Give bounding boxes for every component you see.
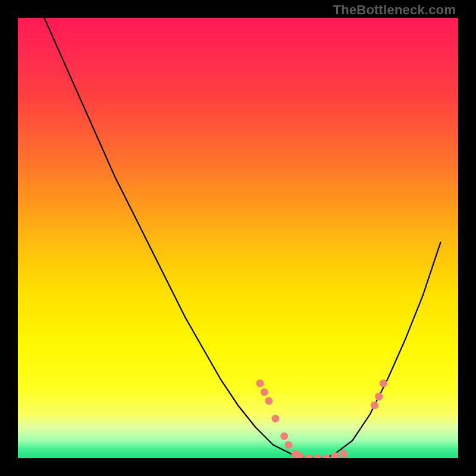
data-dot [285,441,293,449]
watermark-text: TheBottleneck.com [333,2,456,18]
chart-overlay [18,18,458,458]
data-dot [305,455,312,459]
data-dot [265,397,273,405]
data-dot [261,389,268,396]
plot-area [18,18,458,458]
bottleneck-curve [44,18,440,458]
data-dot [314,455,321,459]
data-dot [322,455,330,459]
data-dot [380,380,387,387]
data-dot [331,452,339,458]
data-dot [340,450,347,458]
data-dot [256,380,264,387]
chart-frame: TheBottleneck.com [0,0,476,476]
data-dot [280,433,288,440]
data-dot [371,402,378,409]
data-dot [271,415,279,422]
data-dot [375,393,383,400]
